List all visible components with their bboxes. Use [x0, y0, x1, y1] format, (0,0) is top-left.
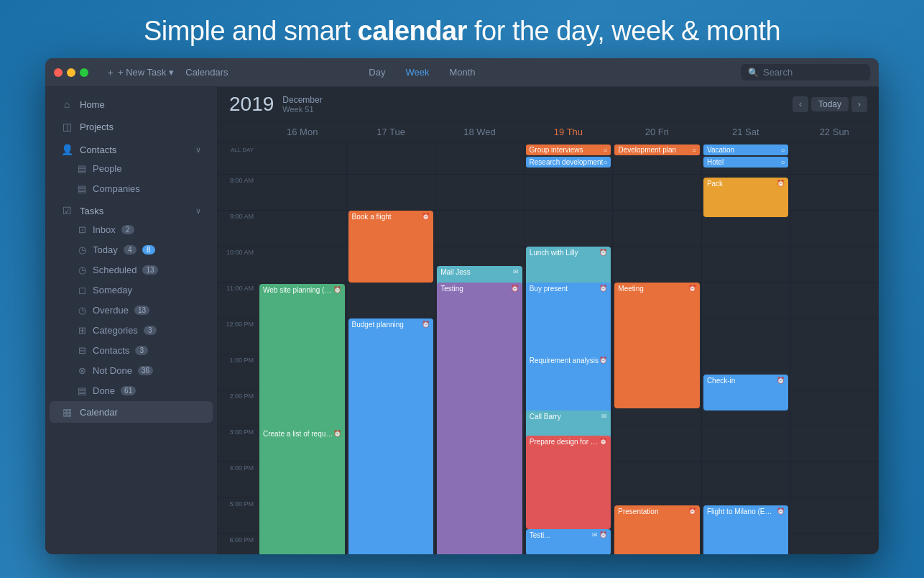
event-title: Buy present: [530, 285, 600, 293]
sidebar-item-categories[interactable]: ⊞ Categories 3: [50, 321, 213, 340]
slot-sat-4: [702, 462, 790, 498]
cal-year: 2019: [229, 93, 274, 116]
today-badge2: 8: [142, 245, 155, 254]
event-flight-milano[interactable]: Flight to Milano (EG 224) ⏰: [703, 505, 789, 554]
maximize-button[interactable]: [80, 68, 88, 77]
cal-header: 2019 December Week 51 ‹ Today ›: [218, 87, 879, 122]
alarm-icon: ⏰: [599, 438, 607, 445]
time-grid-wrapper[interactable]: 8:00 AM 9:00 AM 10:00 AM 11:00 AM 12:00 …: [218, 175, 879, 554]
all-day-cell-thu: Group interviews ○ Research development …: [525, 142, 614, 174]
tab-week[interactable]: Week: [401, 64, 433, 81]
alarm-icon: ⏰: [777, 377, 785, 384]
event-call-barry[interactable]: Call Barry ✉: [526, 410, 611, 436]
all-day-cell-sat: Vacation ○ Hotel ○: [702, 142, 791, 174]
sidebar-item-not-done[interactable]: ⊗ Not Done 36: [50, 361, 213, 380]
next-week-button[interactable]: ›: [851, 96, 867, 112]
event-pack[interactable]: Pack ⏰: [703, 178, 789, 217]
slot-sat-3: [702, 426, 790, 462]
contacts-tasks-icon: ⊟: [77, 346, 87, 356]
event-book-flight[interactable]: Book a flight ⏰: [348, 211, 434, 283]
event-icon: ○: [603, 146, 607, 154]
search-label: Search: [763, 67, 793, 78]
day-num-mon: 16 Mon: [261, 127, 343, 137]
event-title: Mail Jess: [440, 268, 513, 276]
event-title: Flight to Milano (EG 224): [707, 508, 777, 515]
projects-label: Projects: [80, 121, 201, 132]
tab-month[interactable]: Month: [445, 64, 479, 81]
someday-icon: ◻: [77, 285, 87, 295]
slot-sun-12: [790, 318, 879, 354]
search-area[interactable]: 🔍 Search: [741, 64, 870, 81]
sidebar-item-calendar[interactable]: ▦ Calendar: [50, 401, 213, 423]
categories-icon: ⊞: [77, 326, 87, 336]
sidebar-item-done[interactable]: ▤ Done 61: [50, 381, 213, 400]
event-prepare-design[interactable]: Prepare design for pr... ⏰: [526, 436, 611, 529]
alarm-icon: ⏰: [333, 286, 341, 293]
event-icon: ○: [603, 158, 607, 166]
slot-fri-3: [613, 426, 701, 462]
all-day-event-group-interviews[interactable]: Group interviews ○: [526, 144, 611, 155]
sidebar-item-home[interactable]: ⌂ Home: [50, 93, 213, 115]
companies-icon: ▤: [77, 184, 87, 194]
sidebar-item-people[interactable]: ▤ People: [50, 159, 213, 178]
event-presentation[interactable]: Presentation ⏰: [614, 505, 700, 554]
sidebar-tasks-section[interactable]: ☑ Tasks ∨: [50, 199, 213, 219]
all-day-event-vacation[interactable]: Vacation ○: [703, 144, 789, 155]
all-day-event-hotel[interactable]: Hotel ○: [703, 157, 789, 168]
event-testi[interactable]: Testi... ✉ ⏰: [526, 529, 611, 554]
alarm-icon: ⏰: [422, 213, 430, 220]
calendars-button[interactable]: Calendars: [180, 64, 234, 81]
day-num-tue: 17 Tue: [349, 127, 432, 137]
today-button[interactable]: Today: [811, 97, 849, 111]
event-testing[interactable]: Testing ⏰: [437, 283, 522, 554]
prev-week-button[interactable]: ‹: [793, 96, 808, 112]
minimize-button[interactable]: [67, 68, 75, 77]
event-meeting[interactable]: Meeting ⏰: [614, 283, 700, 408]
all-day-event-research[interactable]: Research development ○: [526, 157, 611, 168]
new-task-button[interactable]: ＋ + New Task ▾: [100, 63, 180, 82]
day-num-thu: 19 Thu: [527, 127, 609, 137]
sidebar-item-inbox[interactable]: ⊡ Inbox 2: [50, 220, 213, 239]
slot-mon-8: [258, 175, 346, 211]
slot-sun-3: [790, 426, 879, 462]
slot-sun-2: [790, 390, 879, 426]
sidebar-item-projects[interactable]: ◫ Projects: [50, 116, 213, 137]
sidebar-contacts-section[interactable]: 👤 Contacts ∨: [50, 138, 213, 158]
today-label: Today: [93, 244, 118, 255]
tasks-chevron-icon: ∨: [195, 206, 201, 216]
app-body: ⌂ Home ◫ Projects 👤 Contacts ∨ ▤ People …: [45, 87, 879, 554]
tab-day[interactable]: Day: [364, 64, 389, 81]
event-title: Testi...: [530, 531, 592, 539]
slot-sun-6: [790, 534, 879, 554]
not-done-icon: ⊗: [77, 366, 87, 376]
sidebar-item-today[interactable]: ◷ Today 4 8: [50, 240, 213, 260]
day-column-thu: Lunch with Lilly ⏰ Buy present ⏰ Require…: [525, 175, 614, 554]
sidebar-item-overdue[interactable]: ◷ Overdue 13: [50, 301, 213, 320]
all-day-event-dev-plan[interactable]: Development plan ○: [614, 144, 700, 155]
event-create-list[interactable]: Create a list of requir... ⏰: [259, 428, 345, 554]
home-icon: ⌂: [61, 98, 73, 110]
sidebar-item-companies[interactable]: ▤ Companies: [50, 179, 213, 198]
event-title: Hotel: [707, 158, 724, 166]
slot-sat-10: [702, 247, 790, 283]
close-button[interactable]: [54, 68, 63, 77]
all-day-label: ALL DAY: [218, 142, 258, 174]
time-6pm: 6:00 PM: [218, 534, 258, 554]
event-title: Check-in: [707, 377, 777, 385]
today-badge: 4: [124, 245, 137, 254]
sidebar-item-contacts-tasks[interactable]: ⊟ Contacts 3: [50, 341, 213, 360]
contacts-icon: 👤: [61, 144, 73, 155]
day-column-mon: Web site planning (la... ⏰ Create a list…: [258, 175, 347, 554]
sidebar-item-someday[interactable]: ◻ Someday: [50, 280, 213, 300]
event-checkin-sat[interactable]: Check-in ⏰: [703, 375, 789, 410]
alarm-icon: ⏰: [777, 180, 785, 187]
cal-nav: ‹ Today ›: [793, 96, 867, 112]
time-8am: 8:00 AM: [218, 175, 258, 211]
slot-fri-10: [613, 247, 701, 283]
sidebar-item-scheduled[interactable]: ◷ Scheduled 13: [50, 260, 213, 280]
companies-label: Companies: [93, 183, 140, 194]
contacts-tasks-badge: 3: [135, 346, 148, 355]
event-budget-planning[interactable]: Budget planning ⏰: [348, 318, 434, 554]
cal-week: Week 51: [282, 105, 322, 114]
done-badge: 61: [121, 386, 136, 395]
